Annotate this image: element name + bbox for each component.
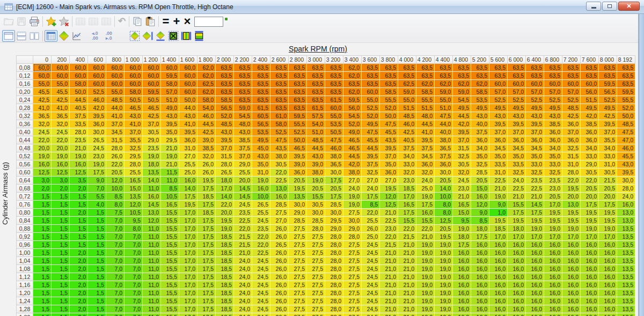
table-cell[interactable]: 15,5 xyxy=(416,217,435,225)
table-cell[interactable]: 32,5 xyxy=(526,168,544,177)
table-cell[interactable]: 27,0 xyxy=(179,152,197,160)
table-cell[interactable]: 55,0 xyxy=(52,80,70,88)
table-cell[interactable]: 63,5 xyxy=(216,72,234,80)
table-cell[interactable]: 42,0 xyxy=(343,160,362,168)
table-cell[interactable]: 19,0 xyxy=(581,225,599,233)
table-cell[interactable]: 27,5 xyxy=(307,241,325,249)
table-cell[interactable]: 58,0 xyxy=(197,96,216,104)
col-header[interactable]: 6 800 xyxy=(544,56,562,64)
table-cell[interactable]: 57,0 xyxy=(508,88,526,96)
col-header[interactable]: 4 200 xyxy=(416,56,435,64)
table-cell[interactable]: 31,0 xyxy=(252,168,270,177)
table-cell[interactable]: 15,5 xyxy=(161,241,179,249)
table-cell[interactable]: 60,0 xyxy=(88,80,106,88)
table-cell[interactable]: 17,5 xyxy=(398,209,416,217)
table-cell[interactable]: 62,0 xyxy=(197,72,216,80)
table-cell[interactable]: 46,5 xyxy=(125,104,143,112)
table-cell[interactable]: 1,5 xyxy=(52,249,70,257)
table-cell[interactable]: 15,5 xyxy=(508,201,526,209)
table-cell[interactable]: 63,5 xyxy=(270,88,289,96)
multiply-icon[interactable]: × xyxy=(182,16,193,27)
table-cell[interactable]: 29,0 xyxy=(289,209,307,217)
row-header[interactable]: 0,20 xyxy=(17,88,33,96)
table-cell[interactable]: 15,5 xyxy=(161,217,179,225)
table-cell[interactable]: 23,0 xyxy=(544,185,562,193)
table-cell[interactable]: 22,5 xyxy=(270,177,289,185)
table-cell[interactable]: 63,5 xyxy=(270,104,289,112)
table-cell[interactable]: 13,5 xyxy=(617,297,635,305)
table-cell[interactable]: 1,5 xyxy=(88,241,106,249)
table-cell[interactable]: 24,0 xyxy=(416,177,435,185)
table-cell[interactable]: 19,0 xyxy=(343,193,362,201)
table-cell[interactable]: 36,0 xyxy=(544,136,562,144)
table-cell[interactable]: 58,0 xyxy=(70,80,88,88)
table-cell[interactable]: 52,5 xyxy=(544,96,562,104)
table-cell[interactable]: 28,0 xyxy=(325,305,343,313)
table-cell[interactable]: 24,0 xyxy=(234,265,252,273)
table-cell[interactable]: 7,0 xyxy=(125,233,143,241)
table-cell[interactable]: 42,5 xyxy=(562,112,581,120)
table-cell[interactable]: 27,0 xyxy=(380,177,398,185)
table-cell[interactable]: 49,5 xyxy=(581,104,599,112)
table-cell[interactable]: 32,0 xyxy=(52,120,70,128)
table-cell[interactable]: 63,5 xyxy=(307,72,325,80)
table-cell[interactable]: 57,0 xyxy=(489,88,508,96)
table-cell[interactable]: 16,0 xyxy=(471,289,489,297)
table-cell[interactable]: 26,0 xyxy=(270,289,289,297)
table-cell[interactable]: 9,0 xyxy=(88,177,106,185)
table-cell[interactable]: 13,5 xyxy=(617,249,635,257)
col-header[interactable]: 2 200 xyxy=(234,56,252,64)
table-cell[interactable]: 60,0 xyxy=(544,80,562,88)
table-cell[interactable]: 24,5 xyxy=(88,144,106,152)
table-cell[interactable]: 21,0 xyxy=(489,185,508,193)
table-cell[interactable]: 36,5 xyxy=(325,160,343,168)
table-cell[interactable]: 16,0 xyxy=(562,249,581,257)
table-cell[interactable]: 46,5 xyxy=(343,144,362,152)
table-cell[interactable]: 37,5 xyxy=(70,112,88,120)
table-cell[interactable]: 37,0 xyxy=(125,128,143,136)
table-cell[interactable]: 58,5 xyxy=(216,96,234,104)
add-favorite-icon[interactable] xyxy=(45,16,57,27)
table-cell[interactable]: 52,5 xyxy=(270,128,289,136)
table-cell[interactable]: 21,5 xyxy=(234,233,252,241)
table-cell[interactable]: 49,5 xyxy=(544,104,562,112)
table-cell[interactable]: 18,0 xyxy=(508,225,526,233)
table-cell[interactable]: 27,5 xyxy=(343,249,362,257)
col-header[interactable]: 3 400 xyxy=(343,56,362,64)
table-cell[interactable]: 27,0 xyxy=(362,177,380,185)
table-cell[interactable]: 30,5 xyxy=(581,168,599,177)
table-cell[interactable]: 26,0 xyxy=(270,257,289,265)
table-cell[interactable]: 16,0 xyxy=(599,305,617,313)
table-cell[interactable]: 26,5 xyxy=(88,136,106,144)
table-cell[interactable]: 32,0 xyxy=(197,152,216,160)
table-cell[interactable]: 23,5 xyxy=(526,177,544,185)
table-cell[interactable]: 23,5 xyxy=(252,225,270,233)
table-cell[interactable]: 18,0 xyxy=(471,225,489,233)
table-cell[interactable]: 60,0 xyxy=(161,64,179,72)
table-cell[interactable]: 63,5 xyxy=(453,64,471,72)
table-cell[interactable]: 20,5 xyxy=(106,168,125,177)
table-cell[interactable]: 10,5 xyxy=(161,193,179,201)
table-cell[interactable]: 37,5 xyxy=(471,128,489,136)
table-cell[interactable]: 30,0 xyxy=(88,128,106,136)
table-cell[interactable]: 60,0 xyxy=(33,72,52,80)
table-cell[interactable]: 15,5 xyxy=(161,273,179,281)
table-cell[interactable]: 16,0 xyxy=(489,289,508,297)
table-cell[interactable]: 11,0 xyxy=(161,177,179,185)
table-cell[interactable]: 21,0 xyxy=(398,297,416,305)
table-cell[interactable]: 31,5 xyxy=(453,144,471,152)
table-cell[interactable]: 16,0 xyxy=(33,160,52,168)
table-cell[interactable]: 34,5 xyxy=(106,128,125,136)
table-cell[interactable]: 63,5 xyxy=(270,80,289,88)
table-cell[interactable]: 32,0 xyxy=(33,120,52,128)
table-cell[interactable]: 36,0 xyxy=(416,160,435,168)
table-cell[interactable]: 55,0 xyxy=(325,112,343,120)
table-cell[interactable]: 13,0 xyxy=(617,217,635,225)
table-cell[interactable]: 60,0 xyxy=(581,80,599,88)
col-header[interactable]: 3 800 xyxy=(380,56,398,64)
table-cell[interactable]: 19,0 xyxy=(416,313,435,316)
table-cell[interactable]: 24,5 xyxy=(362,297,380,305)
table-cell[interactable]: 24,5 xyxy=(252,297,270,305)
table-cell[interactable]: 26,0 xyxy=(270,273,289,281)
table-cell[interactable]: 63,5 xyxy=(416,64,435,72)
